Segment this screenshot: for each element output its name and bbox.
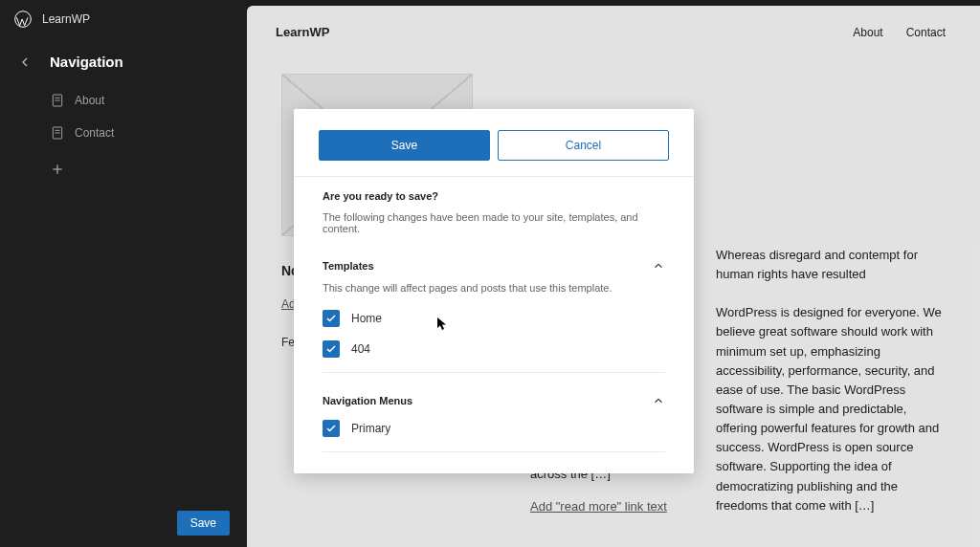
templates-title: Templates: [323, 260, 374, 272]
dialog-description: The following changes have been made to …: [323, 211, 665, 234]
plus-icon: [50, 162, 65, 177]
dialog-question: Are you ready to save?: [323, 190, 665, 202]
site-name: LearnWP: [42, 12, 90, 26]
save-dialog: Save Cancel Are you ready to save? The f…: [294, 109, 694, 473]
sidebar-save-button[interactable]: Save: [177, 511, 230, 536]
templates-section: Templates This change will affect pages …: [294, 240, 694, 384]
sidebar-save-container: Save: [177, 511, 230, 536]
navmenus-title: Navigation Menus: [323, 395, 412, 406]
chevron-up-icon: [652, 394, 665, 407]
checkbox-label: Primary: [351, 422, 390, 435]
templates-section-toggle[interactable]: Templates: [323, 250, 665, 278]
check-icon: [325, 313, 337, 324]
navigation-title: Navigation: [50, 54, 123, 70]
checkbox-404[interactable]: [323, 340, 340, 358]
sidebar-header: LearnWP: [0, 0, 247, 38]
nav-item-label: About: [75, 94, 104, 107]
section-divider: [323, 372, 665, 373]
dialog-body: Are you ready to save? The following cha…: [294, 177, 694, 240]
navigation-back-row: Navigation: [0, 38, 247, 77]
checkbox-label: Home: [351, 312, 382, 325]
navmenu-item-primary: Primary: [323, 413, 665, 444]
add-nav-item[interactable]: [46, 152, 232, 177]
wordpress-logo-icon[interactable]: [13, 10, 33, 29]
navigation-list: About Contact: [0, 77, 247, 177]
nav-item-about[interactable]: About: [46, 87, 232, 114]
page-icon: [50, 125, 65, 141]
dialog-action-row: Save Cancel: [294, 109, 694, 177]
dialog-save-button[interactable]: Save: [319, 130, 490, 161]
checkbox-label: 404: [351, 342, 370, 356]
nav-item-label: Contact: [75, 126, 114, 140]
template-item-404: 404: [323, 334, 665, 364]
back-chevron-icon[interactable]: [17, 55, 33, 70]
checkbox-home[interactable]: [323, 310, 340, 327]
navmenus-section: Navigation Menus Primary: [294, 384, 694, 464]
checkbox-primary[interactable]: [323, 420, 340, 437]
page-icon: [50, 93, 65, 108]
templates-subtext: This change will affect pages and posts …: [323, 282, 665, 294]
check-icon: [325, 343, 337, 355]
nav-item-contact[interactable]: Contact: [46, 120, 232, 146]
template-item-home: Home: [323, 303, 665, 334]
navmenus-section-toggle[interactable]: Navigation Menus: [323, 384, 665, 413]
dialog-cancel-button[interactable]: Cancel: [498, 130, 669, 161]
editor-sidebar: LearnWP Navigation About Contact Save: [0, 0, 247, 547]
check-icon: [325, 423, 337, 434]
chevron-up-icon: [652, 259, 665, 273]
section-divider: [323, 451, 665, 452]
mouse-cursor-icon: [437, 317, 447, 331]
